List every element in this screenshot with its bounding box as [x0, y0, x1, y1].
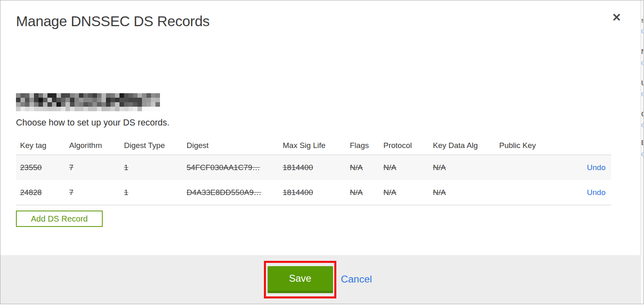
- modal-footer: Save Cancel: [0, 255, 641, 304]
- cell-digest-type: 1: [124, 163, 187, 172]
- column-header-flags: Flags: [350, 141, 383, 150]
- column-header-key-tag: Key tag: [20, 141, 69, 150]
- dnssec-modal: Manage DNSSEC DS Records ✕ Choose how to…: [0, 0, 641, 304]
- cell-key-tag: 24828: [20, 188, 69, 197]
- undo-link[interactable]: Undo: [587, 188, 606, 197]
- edge-text-fragment: o: [641, 59, 643, 66]
- cell-protocol: N/A: [383, 188, 433, 197]
- table-row: 24828 7 1 D4A33E8DD550A9… 1814400 N/A N/…: [16, 180, 611, 205]
- edge-text-fragment: d: [641, 27, 643, 34]
- cell-max-sig-life: 1814400: [283, 163, 350, 172]
- cell-protocol: N/A: [383, 163, 433, 172]
- edge-text-fragment: U: [641, 80, 643, 87]
- cell-digest: 54FCF030AA1C79…: [187, 163, 283, 172]
- close-button[interactable]: ✕: [608, 9, 625, 26]
- undo-link[interactable]: Undo: [587, 163, 606, 172]
- cell-digest-type: 1: [124, 188, 187, 197]
- cell-algorithm: 7: [69, 163, 124, 172]
- ds-records-table: Key tag Algorithm Digest Type Digest Max…: [16, 136, 611, 205]
- column-header-digest: Digest: [187, 141, 283, 150]
- edge-text-fragment: o: [641, 90, 643, 97]
- edge-text-fragment: N: [641, 48, 643, 55]
- screenshot-frame: Manage DNSSEC DS Records ✕ Choose how to…: [0, 0, 644, 305]
- cell-key-data-alg: N/A: [433, 163, 499, 172]
- edge-text-fragment: s: [641, 17, 643, 24]
- annotation-highlight-box: Save: [264, 261, 336, 298]
- edge-text-fragment: C: [641, 111, 643, 118]
- edge-text-fragment: E: [641, 139, 643, 146]
- table-header-row: Key tag Algorithm Digest Type Digest Max…: [16, 136, 611, 155]
- edge-text-fragment: o: [641, 121, 643, 128]
- edge-text-fragment: o: [641, 150, 643, 157]
- cell-algorithm: 7: [69, 188, 124, 197]
- column-header-key-data-alg: Key Data Alg: [433, 141, 499, 150]
- table-row: 23550 7 1 54FCF030AA1C79… 1814400 N/A N/…: [16, 155, 611, 180]
- column-header-digest-type: Digest Type: [124, 141, 187, 150]
- cell-digest: D4A33E8DD550A9…: [187, 188, 283, 197]
- save-button[interactable]: Save: [268, 266, 333, 293]
- modal-title: Manage DNSSEC DS Records: [16, 13, 209, 29]
- close-icon: ✕: [612, 12, 621, 23]
- page-window: Manage DNSSEC DS Records ✕ Choose how to…: [0, 0, 644, 304]
- subtitle: Choose how to set up your DS records.: [16, 118, 169, 128]
- column-header-protocol: Protocol: [383, 141, 433, 150]
- cell-flags: N/A: [350, 163, 383, 172]
- cancel-link[interactable]: Cancel: [341, 274, 372, 285]
- cell-max-sig-life: 1814400: [283, 188, 350, 197]
- column-header-public-key: Public Key: [499, 141, 579, 150]
- column-header-algorithm: Algorithm: [69, 141, 124, 150]
- background-page-edge: s d N o U o C o E o: [641, 0, 643, 304]
- cell-flags: N/A: [350, 188, 383, 197]
- redacted-domain-name: [16, 93, 160, 111]
- cell-key-data-alg: N/A: [433, 188, 499, 197]
- cell-key-tag: 23550: [20, 163, 69, 172]
- column-header-max-sig-life: Max Sig Life: [283, 141, 350, 150]
- add-ds-record-button[interactable]: Add DS Record: [16, 211, 103, 227]
